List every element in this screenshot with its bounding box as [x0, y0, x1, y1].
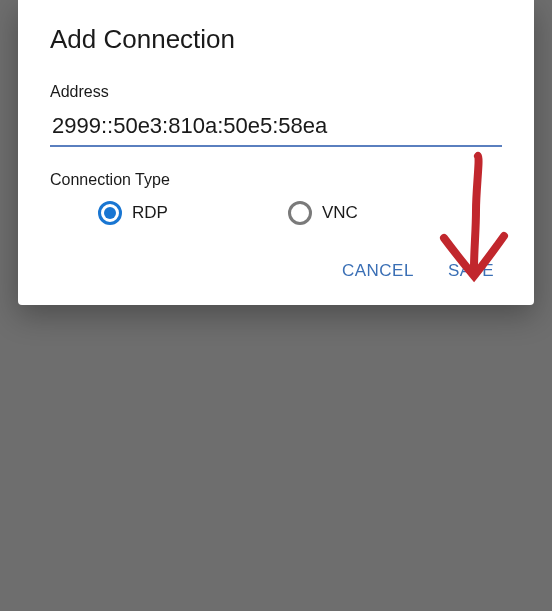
save-button[interactable]: SAVE: [444, 255, 498, 287]
address-input[interactable]: [50, 109, 502, 147]
radio-unselected-icon: [288, 201, 312, 225]
address-field-wrap: [50, 109, 502, 147]
radio-selected-icon: [98, 201, 122, 225]
radio-option-vnc[interactable]: VNC: [288, 201, 358, 225]
radio-label-vnc: VNC: [322, 203, 358, 223]
radio-label-rdp: RDP: [132, 203, 168, 223]
connection-type-radio-group: RDP VNC: [50, 201, 502, 225]
dialog-actions: CANCEL SAVE: [50, 255, 502, 287]
address-label: Address: [50, 83, 502, 101]
dialog-title: Add Connection: [50, 24, 502, 55]
radio-option-rdp[interactable]: RDP: [98, 201, 168, 225]
connection-type-label: Connection Type: [50, 171, 502, 189]
add-connection-dialog: Add Connection Address Connection Type R…: [18, 0, 534, 305]
cancel-button[interactable]: CANCEL: [338, 255, 418, 287]
